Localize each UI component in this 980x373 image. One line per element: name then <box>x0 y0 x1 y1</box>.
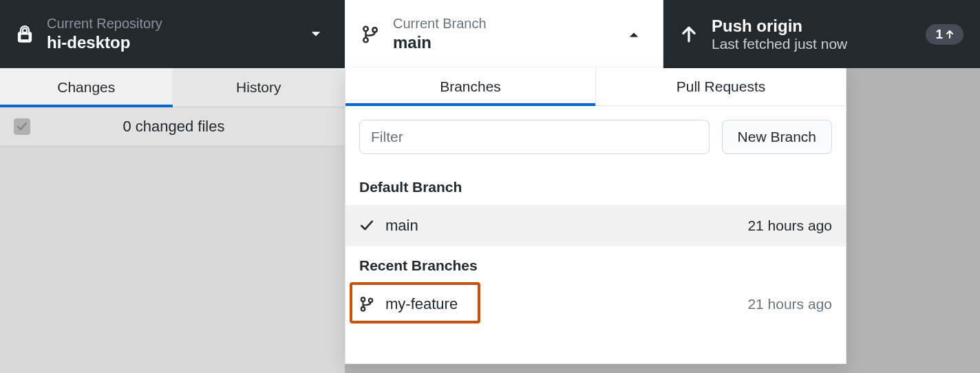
branch-filter-input[interactable] <box>359 120 710 154</box>
dropdown-tab-branches-label: Branches <box>440 78 501 95</box>
dropdown-tab-pulls-label: Pull Requests <box>677 78 766 95</box>
tab-history-label: History <box>236 79 281 96</box>
tab-changes[interactable]: Changes <box>0 68 173 107</box>
branch-item-name: main <box>385 217 747 235</box>
tab-changes-label: Changes <box>57 79 115 96</box>
recent-branches-header: Recent Branches <box>345 246 846 284</box>
new-branch-button[interactable]: New Branch <box>722 120 832 154</box>
repo-label: Current Repository <box>47 16 310 32</box>
dropdown-tab-branches[interactable]: Branches <box>345 68 595 105</box>
branch-item-main[interactable]: main 21 hours ago <box>345 205 846 246</box>
branch-name: main <box>393 33 628 52</box>
lock-icon <box>17 25 33 44</box>
git-branch-icon <box>361 24 379 45</box>
repo-name: hi-desktop <box>47 33 310 52</box>
push-badge-count: 1 <box>935 27 943 42</box>
branch-label: Current Branch <box>393 16 628 32</box>
branch-item-name: my-feature <box>385 295 747 313</box>
push-subtitle: Last fetched just now <box>712 36 926 52</box>
branch-item-my-feature[interactable]: my-feature 21 hours ago <box>345 284 846 325</box>
check-icon <box>359 220 377 232</box>
dropdown-tab-pulls[interactable]: Pull Requests <box>595 68 846 105</box>
push-title: Push origin <box>712 17 926 36</box>
push-badge: 1 <box>926 24 963 45</box>
branch-item-time: 21 hours ago <box>747 296 832 312</box>
tab-history[interactable]: History <box>173 68 345 107</box>
git-branch-icon <box>359 296 377 312</box>
branch-selector[interactable]: Current Branch main <box>345 0 663 68</box>
select-all-checkbox[interactable] <box>14 118 30 135</box>
changes-bar: 0 changed files <box>0 107 345 147</box>
upload-icon <box>680 25 698 44</box>
repo-selector[interactable]: Current Repository hi-desktop <box>0 0 345 68</box>
default-branch-header: Default Branch <box>345 168 846 205</box>
chevron-down-icon <box>310 31 321 38</box>
branch-dropdown: Branches Pull Requests New Branch Defaul… <box>345 68 846 364</box>
branch-item-time: 21 hours ago <box>747 217 832 234</box>
changed-files-text: 0 changed files <box>44 118 331 136</box>
chevron-up-icon <box>628 31 639 38</box>
push-button[interactable]: Push origin Last fetched just now 1 <box>663 0 980 68</box>
